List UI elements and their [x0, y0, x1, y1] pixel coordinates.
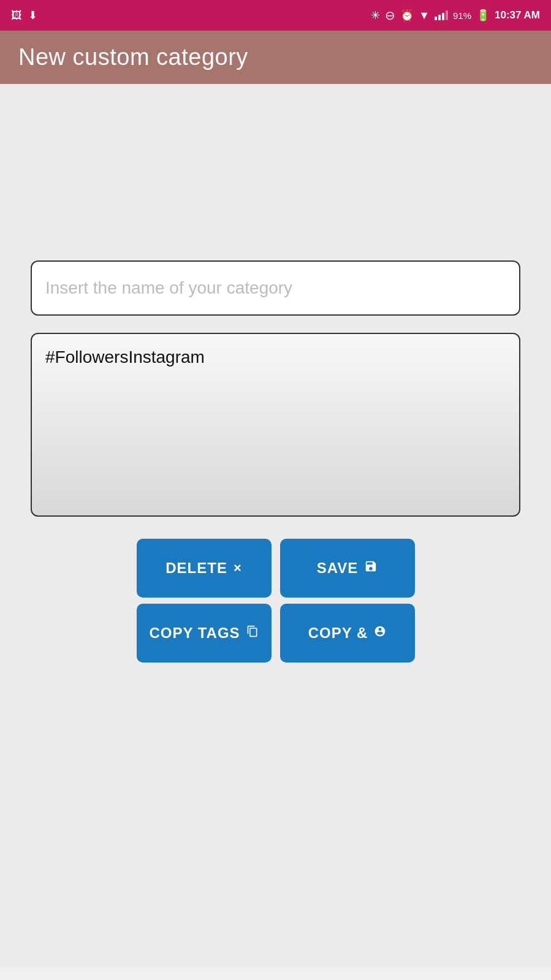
delete-label: DELETE [165, 560, 227, 577]
app-bar: New custom category [0, 31, 551, 84]
save-label: SAVE [317, 560, 359, 577]
copy-and-icon [374, 625, 386, 641]
copy-tags-icon [246, 625, 259, 641]
buttons-row-2: COPY TAGS COPY & [137, 604, 415, 663]
copy-and-label: COPY & [308, 625, 368, 642]
status-bar-left: 🖼 ⬇ [11, 9, 37, 22]
category-name-input[interactable] [31, 260, 520, 316]
copy-and-button[interactable]: COPY & [280, 604, 415, 663]
tags-textarea[interactable]: #FollowersInstagram [31, 333, 520, 517]
top-spacer [31, 121, 520, 243]
dnd-icon: ⊖ [385, 8, 395, 23]
alarm-icon: ⏰ [400, 9, 414, 22]
download-icon: ⬇ [28, 9, 37, 22]
cell-signal-icon [435, 10, 448, 20]
signal-icon: ▼ [419, 9, 430, 22]
status-bar-right: ✳ ⊖ ⏰ ▼ 91% 🔋 10:37 AM [371, 8, 540, 23]
time-display: 10:37 AM [495, 9, 540, 21]
save-button[interactable]: SAVE [280, 539, 415, 598]
delete-icon: × [234, 560, 242, 576]
battery-percent: 91% [453, 10, 471, 21]
battery-icon: 🔋 [476, 9, 490, 22]
copy-tags-button[interactable]: COPY TAGS [137, 604, 272, 663]
bluetooth-icon: ✳ [371, 9, 380, 22]
copy-tags-label: COPY TAGS [149, 625, 240, 642]
page-title: New custom category [18, 44, 248, 70]
buttons-row-1: DELETE × SAVE [137, 539, 415, 598]
buttons-container: DELETE × SAVE COPY TAGS [31, 539, 520, 663]
status-bar: 🖼 ⬇ ✳ ⊖ ⏰ ▼ 91% 🔋 10:37 AM [0, 0, 551, 31]
image-icon: 🖼 [11, 9, 22, 22]
main-content: #FollowersInstagram DELETE × SAVE C [0, 84, 551, 967]
save-icon [364, 560, 378, 577]
delete-button[interactable]: DELETE × [137, 539, 272, 598]
